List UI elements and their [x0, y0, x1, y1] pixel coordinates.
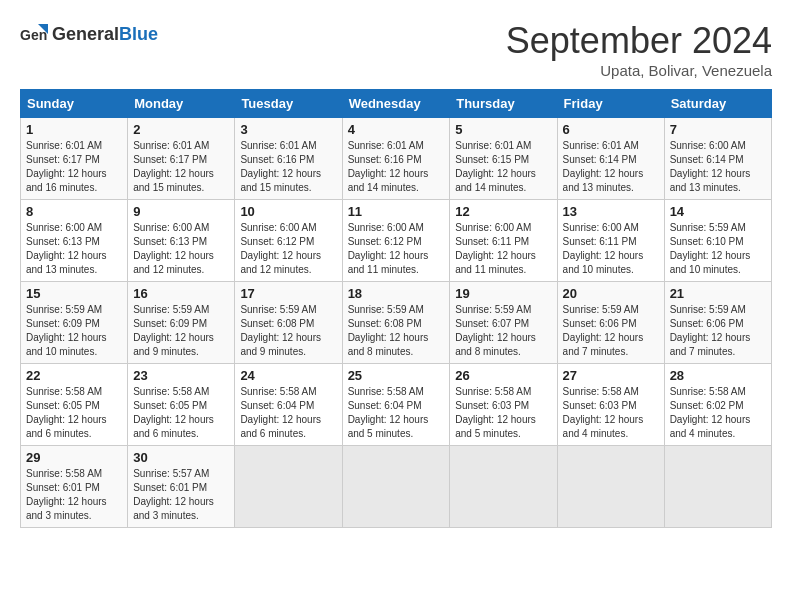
calendar-cell: 21Sunrise: 5:59 AMSunset: 6:06 PMDayligh… — [664, 282, 771, 364]
day-of-week-header: Wednesday — [342, 90, 450, 118]
calendar-body: 1Sunrise: 6:01 AMSunset: 6:17 PMDaylight… — [21, 118, 772, 528]
day-info: Sunrise: 5:59 AMSunset: 6:07 PMDaylight:… — [455, 303, 551, 359]
month-title: September 2024 — [506, 20, 772, 62]
day-number: 27 — [563, 368, 659, 383]
day-of-week-header: Tuesday — [235, 90, 342, 118]
day-number: 19 — [455, 286, 551, 301]
calendar-cell — [450, 446, 557, 528]
day-number: 3 — [240, 122, 336, 137]
calendar-cell: 8Sunrise: 6:00 AMSunset: 6:13 PMDaylight… — [21, 200, 128, 282]
day-number: 22 — [26, 368, 122, 383]
title-area: September 2024 Upata, Bolivar, Venezuela — [506, 20, 772, 79]
day-number: 14 — [670, 204, 766, 219]
logo-blue: Blue — [119, 24, 158, 44]
day-number: 9 — [133, 204, 229, 219]
day-number: 2 — [133, 122, 229, 137]
day-number: 6 — [563, 122, 659, 137]
calendar-cell: 13Sunrise: 6:00 AMSunset: 6:11 PMDayligh… — [557, 200, 664, 282]
calendar-cell: 27Sunrise: 5:58 AMSunset: 6:03 PMDayligh… — [557, 364, 664, 446]
day-of-week-header: Friday — [557, 90, 664, 118]
day-number: 13 — [563, 204, 659, 219]
day-number: 15 — [26, 286, 122, 301]
day-of-week-header: Saturday — [664, 90, 771, 118]
calendar-cell: 17Sunrise: 5:59 AMSunset: 6:08 PMDayligh… — [235, 282, 342, 364]
calendar-cell: 7Sunrise: 6:00 AMSunset: 6:14 PMDaylight… — [664, 118, 771, 200]
svg-text:Gen: Gen — [20, 27, 47, 43]
day-info: Sunrise: 6:01 AMSunset: 6:15 PMDaylight:… — [455, 139, 551, 195]
calendar-cell: 20Sunrise: 5:59 AMSunset: 6:06 PMDayligh… — [557, 282, 664, 364]
day-info: Sunrise: 6:00 AMSunset: 6:12 PMDaylight:… — [240, 221, 336, 277]
day-info: Sunrise: 6:00 AMSunset: 6:13 PMDaylight:… — [133, 221, 229, 277]
logo-general: General — [52, 24, 119, 44]
day-of-week-header: Thursday — [450, 90, 557, 118]
calendar-cell: 1Sunrise: 6:01 AMSunset: 6:17 PMDaylight… — [21, 118, 128, 200]
calendar-cell: 6Sunrise: 6:01 AMSunset: 6:14 PMDaylight… — [557, 118, 664, 200]
calendar-cell: 18Sunrise: 5:59 AMSunset: 6:08 PMDayligh… — [342, 282, 450, 364]
calendar-cell: 22Sunrise: 5:58 AMSunset: 6:05 PMDayligh… — [21, 364, 128, 446]
calendar-cell: 28Sunrise: 5:58 AMSunset: 6:02 PMDayligh… — [664, 364, 771, 446]
calendar-cell: 25Sunrise: 5:58 AMSunset: 6:04 PMDayligh… — [342, 364, 450, 446]
calendar-cell: 9Sunrise: 6:00 AMSunset: 6:13 PMDaylight… — [128, 200, 235, 282]
day-of-week-header: Monday — [128, 90, 235, 118]
calendar-cell: 24Sunrise: 5:58 AMSunset: 6:04 PMDayligh… — [235, 364, 342, 446]
day-info: Sunrise: 6:00 AMSunset: 6:12 PMDaylight:… — [348, 221, 445, 277]
day-info: Sunrise: 6:01 AMSunset: 6:16 PMDaylight:… — [240, 139, 336, 195]
day-number: 4 — [348, 122, 445, 137]
day-number: 16 — [133, 286, 229, 301]
day-number: 12 — [455, 204, 551, 219]
day-info: Sunrise: 5:59 AMSunset: 6:10 PMDaylight:… — [670, 221, 766, 277]
day-info: Sunrise: 5:59 AMSunset: 6:06 PMDaylight:… — [563, 303, 659, 359]
calendar-cell: 26Sunrise: 5:58 AMSunset: 6:03 PMDayligh… — [450, 364, 557, 446]
calendar-table: SundayMondayTuesdayWednesdayThursdayFrid… — [20, 89, 772, 528]
day-number: 30 — [133, 450, 229, 465]
day-info: Sunrise: 5:58 AMSunset: 6:03 PMDaylight:… — [563, 385, 659, 441]
calendar-cell — [664, 446, 771, 528]
day-number: 1 — [26, 122, 122, 137]
day-info: Sunrise: 6:00 AMSunset: 6:11 PMDaylight:… — [455, 221, 551, 277]
day-number: 20 — [563, 286, 659, 301]
logo-icon: Gen — [20, 20, 48, 48]
day-number: 28 — [670, 368, 766, 383]
day-number: 11 — [348, 204, 445, 219]
calendar-cell: 4Sunrise: 6:01 AMSunset: 6:16 PMDaylight… — [342, 118, 450, 200]
day-info: Sunrise: 5:59 AMSunset: 6:08 PMDaylight:… — [348, 303, 445, 359]
day-info: Sunrise: 5:58 AMSunset: 6:03 PMDaylight:… — [455, 385, 551, 441]
day-info: Sunrise: 6:00 AMSunset: 6:11 PMDaylight:… — [563, 221, 659, 277]
day-info: Sunrise: 5:58 AMSunset: 6:04 PMDaylight:… — [240, 385, 336, 441]
calendar-cell: 16Sunrise: 5:59 AMSunset: 6:09 PMDayligh… — [128, 282, 235, 364]
day-info: Sunrise: 5:58 AMSunset: 6:05 PMDaylight:… — [26, 385, 122, 441]
calendar-week-row: 29Sunrise: 5:58 AMSunset: 6:01 PMDayligh… — [21, 446, 772, 528]
calendar-cell: 29Sunrise: 5:58 AMSunset: 6:01 PMDayligh… — [21, 446, 128, 528]
day-of-week-header: Sunday — [21, 90, 128, 118]
day-number: 24 — [240, 368, 336, 383]
day-info: Sunrise: 6:01 AMSunset: 6:17 PMDaylight:… — [26, 139, 122, 195]
day-info: Sunrise: 6:01 AMSunset: 6:16 PMDaylight:… — [348, 139, 445, 195]
day-number: 5 — [455, 122, 551, 137]
day-number: 10 — [240, 204, 336, 219]
calendar-week-row: 15Sunrise: 5:59 AMSunset: 6:09 PMDayligh… — [21, 282, 772, 364]
day-number: 8 — [26, 204, 122, 219]
day-number: 25 — [348, 368, 445, 383]
day-number: 18 — [348, 286, 445, 301]
calendar-cell: 2Sunrise: 6:01 AMSunset: 6:17 PMDaylight… — [128, 118, 235, 200]
day-number: 21 — [670, 286, 766, 301]
day-number: 17 — [240, 286, 336, 301]
day-info: Sunrise: 5:59 AMSunset: 6:06 PMDaylight:… — [670, 303, 766, 359]
calendar-header-row: SundayMondayTuesdayWednesdayThursdayFrid… — [21, 90, 772, 118]
calendar-cell: 5Sunrise: 6:01 AMSunset: 6:15 PMDaylight… — [450, 118, 557, 200]
day-info: Sunrise: 6:01 AMSunset: 6:17 PMDaylight:… — [133, 139, 229, 195]
day-info: Sunrise: 5:59 AMSunset: 6:08 PMDaylight:… — [240, 303, 336, 359]
calendar-cell: 11Sunrise: 6:00 AMSunset: 6:12 PMDayligh… — [342, 200, 450, 282]
calendar-cell — [235, 446, 342, 528]
day-info: Sunrise: 5:59 AMSunset: 6:09 PMDaylight:… — [26, 303, 122, 359]
calendar-week-row: 22Sunrise: 5:58 AMSunset: 6:05 PMDayligh… — [21, 364, 772, 446]
calendar-cell: 23Sunrise: 5:58 AMSunset: 6:05 PMDayligh… — [128, 364, 235, 446]
calendar-cell: 14Sunrise: 5:59 AMSunset: 6:10 PMDayligh… — [664, 200, 771, 282]
calendar-cell: 19Sunrise: 5:59 AMSunset: 6:07 PMDayligh… — [450, 282, 557, 364]
day-info: Sunrise: 6:00 AMSunset: 6:14 PMDaylight:… — [670, 139, 766, 195]
calendar-cell: 12Sunrise: 6:00 AMSunset: 6:11 PMDayligh… — [450, 200, 557, 282]
day-number: 26 — [455, 368, 551, 383]
calendar-cell: 3Sunrise: 6:01 AMSunset: 6:16 PMDaylight… — [235, 118, 342, 200]
calendar-cell — [557, 446, 664, 528]
day-number: 23 — [133, 368, 229, 383]
